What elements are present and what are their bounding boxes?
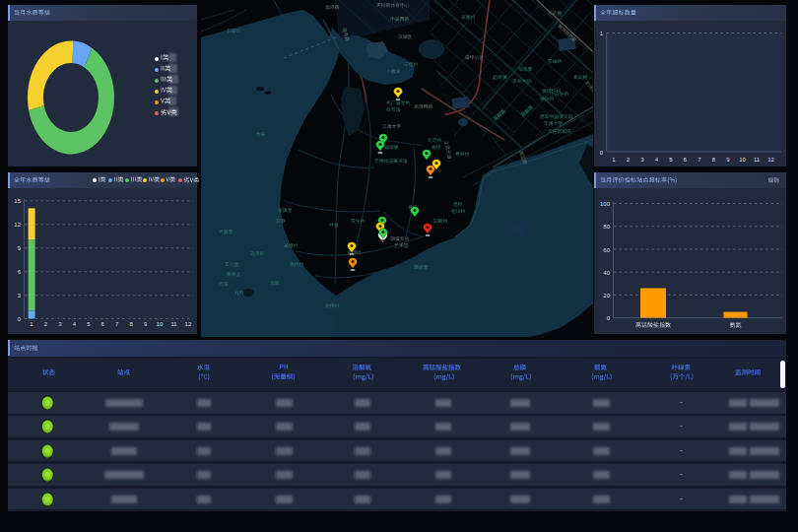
svg-text:9: 9: [18, 245, 22, 251]
svg-text:5: 5: [669, 157, 673, 163]
svg-text:9: 9: [144, 321, 148, 327]
svg-text:10: 10: [739, 157, 746, 163]
svg-text:6: 6: [684, 157, 688, 163]
svg-text:12: 12: [767, 157, 774, 163]
svg-text:6: 6: [18, 269, 22, 275]
svg-text:8: 8: [129, 321, 133, 327]
svg-text:1: 1: [600, 31, 604, 36]
svg-text:10: 10: [157, 321, 164, 327]
svg-text:60: 60: [603, 247, 610, 253]
svg-text:0: 0: [607, 315, 611, 321]
svg-text:1: 1: [612, 157, 616, 163]
svg-text:12: 12: [185, 321, 192, 327]
svg-text:2: 2: [627, 157, 631, 163]
svg-text:0: 0: [18, 316, 22, 322]
svg-text:4: 4: [655, 157, 659, 163]
svg-text:7: 7: [698, 157, 701, 163]
svg-text:3: 3: [18, 293, 22, 299]
svg-text:8: 8: [712, 157, 716, 163]
svg-text:9: 9: [726, 157, 730, 163]
svg-text:6: 6: [101, 321, 105, 327]
svg-text:1: 1: [30, 321, 33, 327]
svg-text:12: 12: [14, 222, 21, 228]
svg-text:11: 11: [170, 321, 177, 327]
svg-text:4: 4: [73, 321, 77, 327]
svg-text:20: 20: [603, 293, 610, 299]
svg-text:5: 5: [87, 321, 91, 327]
svg-text:3: 3: [640, 157, 644, 163]
svg-text:80: 80: [603, 224, 610, 230]
svg-text:2: 2: [44, 321, 48, 327]
svg-text:100: 100: [600, 201, 611, 207]
svg-text:40: 40: [603, 270, 610, 276]
svg-text:11: 11: [754, 157, 761, 163]
svg-text:15: 15: [14, 198, 21, 204]
svg-text:7: 7: [115, 321, 119, 327]
svg-text:0: 0: [600, 150, 604, 156]
svg-text:3: 3: [58, 321, 62, 327]
